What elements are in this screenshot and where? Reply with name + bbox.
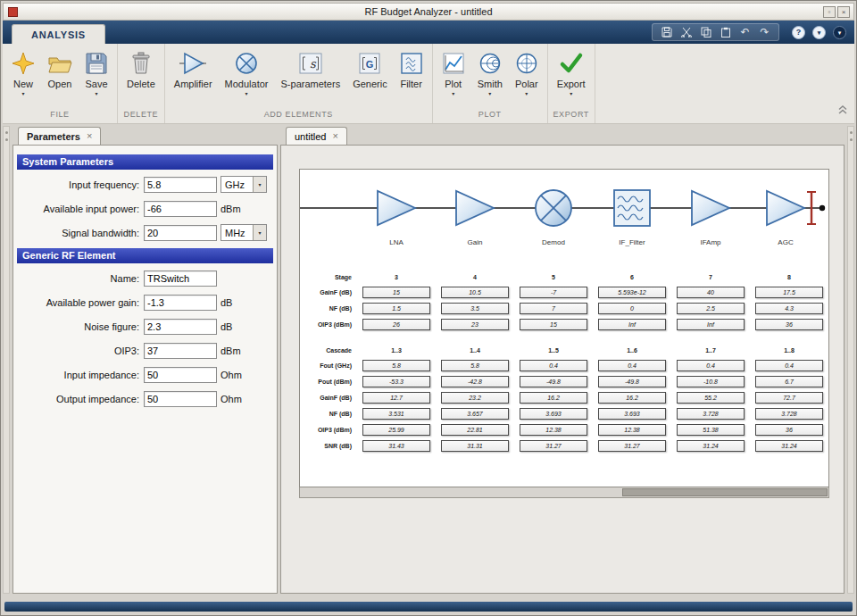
cut-icon[interactable]	[679, 26, 693, 38]
unit-selector: Ohm ▾	[220, 390, 242, 407]
unit-selector[interactable]: GHz ▾	[220, 176, 267, 193]
schematic-canvas[interactable]: LNA Gain Demod	[299, 169, 829, 498]
results-table: Stage 3 4 5 6 7	[300, 270, 828, 454]
amplifier-button[interactable]: Amplifier	[168, 47, 219, 89]
form-row: OIP3: dBm ▾	[13, 342, 271, 359]
paste-icon[interactable]	[719, 26, 732, 38]
save-icon[interactable]	[660, 26, 673, 38]
unit-selector[interactable]: MHz ▾	[220, 224, 267, 241]
table-cell: 3.693	[598, 408, 666, 420]
unit-selector: dBm ▾	[220, 342, 241, 359]
field-label: Input frequency:	[13, 179, 144, 190]
field-input[interactable]	[144, 343, 217, 359]
redo-icon[interactable]: ↷	[758, 26, 771, 38]
generic-button[interactable]: G Generic	[346, 47, 394, 89]
form-row: Output impedance: Ohm ▾	[13, 390, 271, 407]
chain-element-gain[interactable]: Gain	[456, 191, 494, 246]
tab-untitled[interactable]: untitled ×	[286, 127, 347, 145]
chain-element-if-filter[interactable]: IF_Filter	[614, 190, 650, 246]
right-collapse-strip[interactable]	[847, 126, 854, 594]
table-cell: 0	[598, 303, 666, 314]
row-label: Cascade	[300, 347, 357, 354]
element-label: IF_Filter	[619, 238, 645, 246]
field-input[interactable]	[144, 271, 217, 287]
tab-analysis[interactable]: ANALYSIS	[12, 24, 105, 44]
table-cell: Inf	[677, 319, 745, 330]
modulator-button[interactable]: Modulator ▾	[219, 47, 275, 96]
plot-button[interactable]: Plot ▾	[436, 47, 471, 96]
field-label: Available power gain:	[13, 297, 144, 308]
scrollbar-thumb[interactable]	[622, 488, 828, 496]
field-label: Output impedance:	[13, 394, 144, 404]
button-label: Polar	[515, 79, 538, 89]
horizontal-scrollbar[interactable]	[299, 487, 829, 498]
unit-label: Ohm	[220, 370, 242, 380]
close-icon[interactable]: ×	[87, 131, 92, 141]
table-cell: 16.2	[598, 392, 666, 404]
field-input[interactable]	[144, 201, 217, 217]
table-row: NF (dB) 3.531 3.657 3.693 3.693	[300, 405, 828, 421]
form-section: System Parameters Input frequency: GHz ▾	[13, 154, 277, 241]
app-window: RF Budget Analyzer - untitled ▫ × ANALYS…	[0, 0, 857, 616]
tab-parameters[interactable]: Parameters ×	[18, 127, 101, 145]
table-cell: 0.4	[677, 360, 745, 371]
table-cell: 12.7	[362, 392, 430, 404]
chevron-down-icon: ▾	[525, 91, 528, 96]
save-button[interactable]: Save ▾	[79, 47, 114, 96]
polar-button[interactable]: Polar ▾	[509, 47, 545, 96]
open-button[interactable]: Open	[41, 47, 79, 89]
smith-button[interactable]: Smith ▾	[471, 47, 509, 96]
field-input[interactable]	[144, 367, 217, 383]
chain-element-ifamp[interactable]: IFAmp	[692, 191, 729, 246]
row-label: GainF (dB)	[300, 395, 357, 401]
field-input[interactable]	[144, 225, 217, 241]
table-row: GainF (dB) 12.7 23.2 16.2 16.2	[300, 389, 828, 405]
table-cell: 0.4	[598, 360, 666, 371]
delete-button[interactable]: Delete	[121, 47, 162, 89]
table-cell: 25.99	[362, 424, 430, 436]
unit-label: dB	[220, 297, 232, 308]
grip-dots-icon	[5, 138, 8, 141]
table-cell: 72.7	[755, 392, 823, 404]
field-input[interactable]	[144, 391, 217, 407]
amplifier-icon	[179, 49, 206, 78]
left-collapse-strip[interactable]	[3, 126, 10, 594]
field-input[interactable]	[144, 319, 217, 335]
chain-element-lna[interactable]: LNA	[378, 191, 415, 246]
element-label: AGC	[778, 238, 794, 246]
titlebar-red-button[interactable]	[8, 7, 18, 17]
new-button[interactable]: New ▾	[5, 47, 41, 96]
field-input[interactable]	[144, 295, 217, 311]
close-icon[interactable]: ×	[332, 131, 337, 141]
field-input[interactable]	[144, 177, 217, 193]
button-label: Save	[85, 79, 107, 89]
chevron-down-icon: ▾	[488, 91, 491, 96]
element-label: Demod	[542, 238, 565, 246]
settings-chevron-icon[interactable]: ▾	[812, 26, 826, 39]
filter-button[interactable]: Filter	[394, 47, 429, 89]
minimize-toolstrip-icon[interactable]	[837, 102, 848, 118]
table-cell: 31.24	[677, 440, 745, 452]
canvas-surface[interactable]: LNA Gain Demod	[299, 169, 829, 487]
undo-icon[interactable]: ↶	[738, 26, 752, 38]
table-cell: 7	[520, 303, 587, 314]
unit-label: GHz	[221, 179, 245, 190]
element-label: LNA	[389, 238, 404, 246]
table-cell: 4.3	[755, 303, 823, 314]
button-label: Export	[557, 79, 586, 89]
form-row: Input frequency: GHz ▾	[13, 176, 271, 193]
maximize-button[interactable]: ▫	[823, 6, 836, 18]
chain-element-agc[interactable]: AGC	[767, 191, 804, 246]
unit-label: dBm	[220, 204, 241, 214]
grip-dots-icon	[850, 138, 853, 141]
close-button[interactable]: ×	[837, 6, 850, 18]
window-actions-icon[interactable]: ▾	[833, 26, 846, 39]
chain-element-demod[interactable]: Demod	[536, 190, 571, 246]
table-row: Cascade 1..3 1..4 1..5 1..6	[300, 343, 828, 357]
help-icon[interactable]: ?	[792, 26, 805, 39]
export-button[interactable]: Export ▾	[551, 47, 592, 96]
row-label: SNR (dB)	[300, 443, 357, 449]
copy-icon[interactable]	[699, 26, 712, 38]
sparameters-button[interactable]: s S-parameters	[275, 47, 347, 89]
row-label: OIP3 (dBm)	[300, 321, 357, 328]
